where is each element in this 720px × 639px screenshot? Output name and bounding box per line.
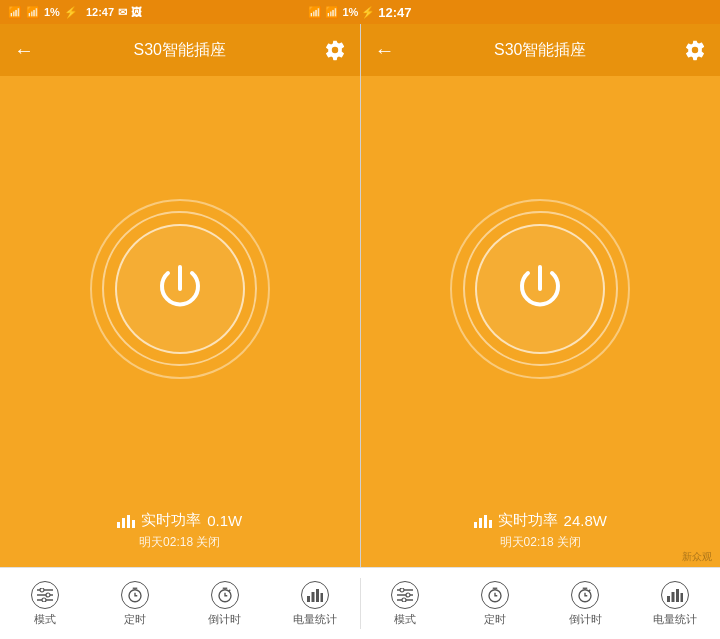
left-outer-ring [90, 199, 270, 379]
wifi-icon-right: 📶 [308, 6, 322, 19]
svg-point-11 [40, 588, 44, 592]
status-bar: 📶 📶 1% ⚡ 12:47 ✉ 🖼 📶 📶 1% ⚡ 12:47 [0, 0, 720, 24]
right-power-button[interactable] [475, 224, 605, 354]
svg-point-12 [46, 593, 50, 597]
panels-container: ← S30智能插座 [0, 24, 720, 567]
svg-line-18 [228, 589, 230, 591]
status-left: 📶 📶 1% ⚡ 12:47 ✉ 🖼 [8, 6, 142, 19]
svg-rect-36 [676, 589, 679, 602]
tab-bar: 模式 定时 倒计时 [0, 567, 720, 639]
right-stats-label: 电量统计 [653, 612, 697, 627]
right-schedule-text: 明天02:18 关闭 [474, 534, 607, 551]
right-gear-icon [684, 39, 706, 61]
right-panel-header: ← S30智能插座 [361, 24, 721, 76]
svg-rect-37 [681, 593, 684, 602]
right-tab-section: 模式 定时 倒计时 [361, 568, 721, 639]
left-power-label: 实时功率 [141, 511, 201, 530]
left-timer-label: 定时 [124, 612, 146, 627]
left-tab-timer[interactable]: 定时 [90, 568, 180, 639]
right-power-icon [510, 259, 570, 319]
right-power-reading: 实时功率 24.8W [474, 511, 607, 530]
svg-rect-3 [132, 520, 135, 528]
left-power-button[interactable] [115, 224, 245, 354]
left-middle-ring [102, 211, 257, 366]
right-tab-timer[interactable]: 定时 [450, 568, 540, 639]
svg-rect-22 [320, 593, 323, 602]
left-countdown-label: 倒计时 [208, 612, 241, 627]
right-tab-stats[interactable]: 电量统计 [630, 568, 720, 639]
right-panel: ← S30智能插座 [361, 24, 721, 567]
left-power-reading: 实时功率 0.1W [117, 511, 242, 530]
bolt-icon-left: ⚡ [64, 6, 78, 19]
right-timer-icon [481, 581, 509, 609]
left-stats-icon [301, 581, 329, 609]
left-panel-title: S30智能插座 [42, 40, 318, 61]
svg-point-13 [42, 598, 46, 602]
left-tab-countdown[interactable]: 倒计时 [180, 568, 270, 639]
left-panel: ← S30智能插座 [0, 24, 360, 567]
svg-rect-21 [316, 589, 319, 602]
left-settings-button[interactable] [318, 39, 346, 61]
right-power-label: 实时功率 [498, 511, 558, 530]
left-timer-icon [121, 581, 149, 609]
wifi-icon-left: 📶 [8, 6, 22, 19]
right-tab-countdown[interactable]: 倒计时 [540, 568, 630, 639]
right-panel-title: S30智能插座 [403, 40, 679, 61]
left-tab-mode[interactable]: 模式 [0, 568, 90, 639]
svg-rect-6 [484, 515, 487, 528]
left-stats-label: 电量统计 [293, 612, 337, 627]
left-mode-label: 模式 [34, 612, 56, 627]
svg-rect-2 [127, 515, 130, 528]
left-chart-icon [117, 514, 135, 528]
svg-point-26 [400, 588, 404, 592]
battery-left: 1% [44, 6, 60, 18]
svg-point-27 [406, 593, 410, 597]
left-mode-icon [31, 581, 59, 609]
signal-icon-left: 📶 [26, 6, 40, 19]
svg-line-33 [589, 589, 591, 591]
svg-rect-20 [311, 592, 314, 602]
svg-rect-0 [117, 522, 120, 528]
left-power-area [90, 76, 270, 501]
battery-right: 1% [342, 6, 358, 18]
left-back-button[interactable]: ← [14, 39, 42, 62]
watermark: 新众观 [682, 550, 712, 564]
svg-rect-1 [122, 518, 125, 528]
left-tab-section: 模式 定时 倒计时 [0, 568, 360, 639]
signal-icon-right: 📶 [325, 6, 339, 19]
photo-icon: 🖼 [131, 6, 142, 18]
svg-rect-34 [667, 596, 670, 602]
time-right: 12:47 [378, 5, 411, 20]
left-panel-header: ← S30智能插座 [0, 24, 360, 76]
left-gear-icon [324, 39, 346, 61]
left-schedule-text: 明天02:18 关闭 [117, 534, 242, 551]
right-power-area [450, 76, 630, 501]
right-mode-label: 模式 [394, 612, 416, 627]
message-icon: ✉ [118, 6, 127, 19]
right-mode-icon [391, 581, 419, 609]
left-power-icon [150, 259, 210, 319]
right-timer-label: 定时 [484, 612, 506, 627]
right-countdown-label: 倒计时 [569, 612, 602, 627]
right-stats-icon [661, 581, 689, 609]
left-panel-info: 实时功率 0.1W 明天02:18 关闭 [117, 501, 242, 567]
svg-rect-4 [474, 522, 477, 528]
left-countdown-icon [211, 581, 239, 609]
svg-rect-5 [479, 518, 482, 528]
right-outer-ring [450, 199, 630, 379]
right-back-button[interactable]: ← [375, 39, 403, 62]
left-tab-stats[interactable]: 电量统计 [270, 568, 360, 639]
left-power-value: 0.1W [207, 512, 242, 529]
right-settings-button[interactable] [678, 39, 706, 61]
right-panel-info: 实时功率 24.8W 明天02:18 关闭 [474, 501, 607, 567]
svg-point-28 [402, 598, 406, 602]
right-countdown-icon [571, 581, 599, 609]
time-left: 12:47 [86, 6, 114, 18]
svg-rect-7 [489, 520, 492, 528]
svg-rect-35 [672, 592, 675, 602]
right-power-value: 24.8W [564, 512, 607, 529]
bolt-icon-right: ⚡ [361, 6, 375, 19]
right-tab-mode[interactable]: 模式 [361, 568, 451, 639]
svg-rect-19 [307, 596, 310, 602]
right-chart-icon [474, 514, 492, 528]
